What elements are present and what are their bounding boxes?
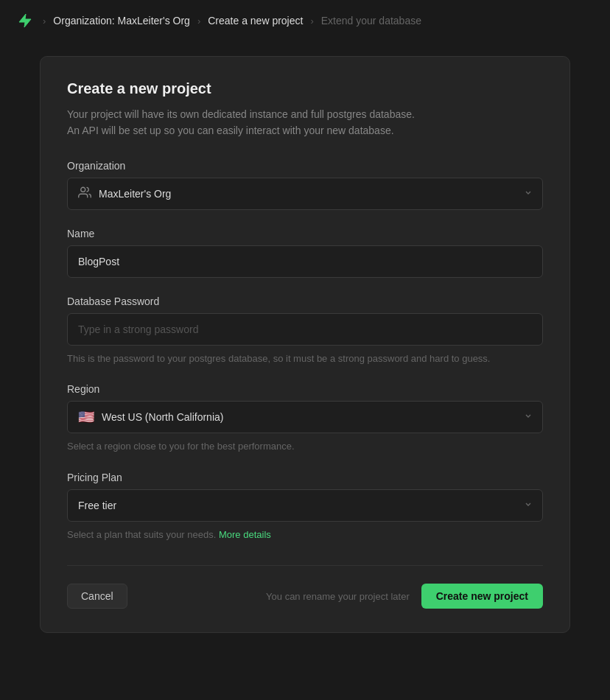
organization-label: Organization [67,160,543,172]
password-helper: This is the password to your postgres da… [67,351,543,366]
name-field-group: Name [67,228,543,278]
name-input[interactable] [67,245,543,278]
app-logo [15,10,35,31]
main-content: Create a new project Your project will h… [0,41,610,700]
svg-point-0 [81,187,85,192]
organization-select[interactable]: MaxLeiter's Org [67,178,543,210]
card-footer: Cancel You can rename your project later… [67,565,543,609]
breadcrumb-chevron-3: › [310,15,313,27]
region-label: Region [67,383,543,395]
breadcrumb-chevron-1: › [43,15,46,27]
create-project-button[interactable]: Create new project [421,584,543,609]
organization-value: MaxLeiter's Org [99,188,171,200]
password-input[interactable] [67,313,543,346]
create-project-card: Create a new project Your project will h… [40,56,570,633]
breadcrumb-create-project[interactable]: Create a new project [208,15,303,27]
password-label: Database Password [67,295,543,307]
rename-hint: You can rename your project later [266,591,410,602]
breadcrumb-org[interactable]: Organization: MaxLeiter's Org [53,15,190,27]
pricing-label: Pricing Plan [67,472,543,483]
organization-select-wrapper: MaxLeiter's Org [67,178,543,210]
card-title: Create a new project [67,80,543,97]
card-description: Your project will have its own dedicated… [67,106,543,139]
pricing-chevron-icon [524,500,533,511]
organization-chevron-icon [524,188,533,199]
organization-icon [78,186,91,202]
pricing-select-wrapper: Free tier [67,489,543,522]
pricing-field-group: Pricing Plan Free tier Select a plan tha… [67,472,543,542]
organization-field-group: Organization MaxLeiter's Org [67,160,543,210]
region-value: West US (North California) [102,411,223,423]
region-field-group: Region 🇺🇸 West US (North California) Sel… [67,383,543,454]
breadcrumb-extend-db: Extend your database [321,15,421,27]
name-label: Name [67,228,543,239]
pricing-value: Free tier [78,500,116,511]
cancel-button[interactable]: Cancel [67,584,127,609]
region-flag-icon: 🇺🇸 [78,410,94,424]
pricing-more-details-link[interactable]: More details [219,529,271,540]
pricing-helper: Select a plan that suits your needs. Mor… [67,528,543,542]
pricing-select[interactable]: Free tier [67,489,543,522]
region-chevron-icon [524,412,533,423]
footer-right: You can rename your project later Create… [266,584,543,609]
region-select[interactable]: 🇺🇸 West US (North California) [67,401,543,433]
region-helper: Select a region close to you for the bes… [67,439,543,454]
topbar: › Organization: MaxLeiter's Org › Create… [0,0,610,41]
password-field-group: Database Password This is the password t… [67,295,543,366]
breadcrumb-chevron-2: › [197,15,200,27]
region-select-wrapper: 🇺🇸 West US (North California) [67,401,543,433]
